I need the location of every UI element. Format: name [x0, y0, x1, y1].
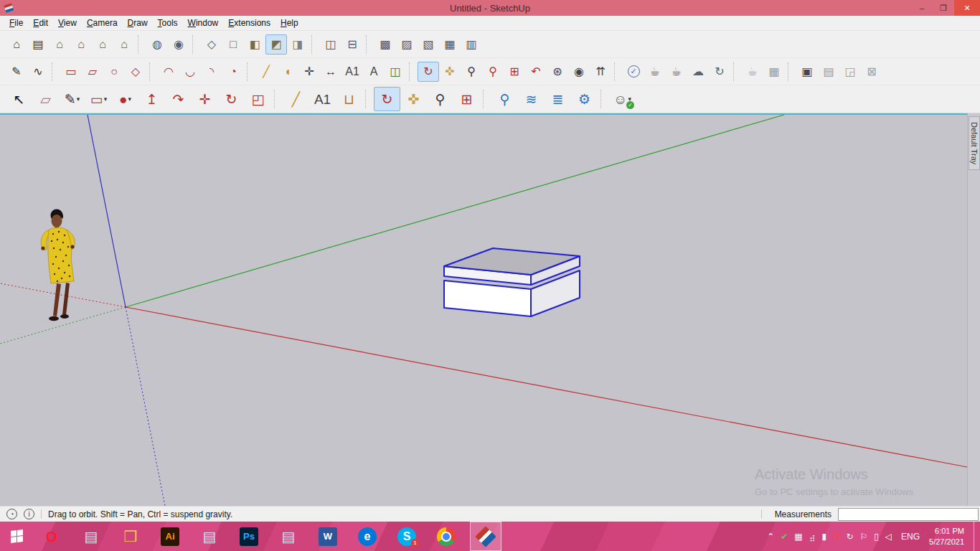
tray-sync-icon[interactable]: ↻ — [846, 532, 853, 541]
vray-batch-render-icon[interactable]: ▤ — [818, 62, 839, 82]
tray-monitor-icon[interactable]: ▦ — [794, 532, 802, 541]
section-cuts-icon[interactable]: ⊟ — [341, 34, 363, 55]
view-back-icon[interactable]: ⌂ — [92, 34, 113, 55]
solid-trim-icon[interactable]: ▦ — [439, 34, 461, 55]
axes-tool-icon[interactable]: ✛ — [298, 62, 320, 82]
tray-opera-icon[interactable]: O — [833, 532, 839, 541]
close-button[interactable]: ✕ — [954, 0, 980, 16]
select-tool-icon[interactable]: ↖ — [6, 87, 32, 111]
model-settings-icon[interactable]: ⚙ — [571, 87, 598, 111]
taskbar-edge-icon[interactable]: e — [352, 522, 383, 551]
tray-antivirus-icon[interactable]: ✔ — [781, 532, 788, 541]
style-hidden-line-icon[interactable]: □ — [222, 34, 244, 55]
rotated-rectangle-tool-icon[interactable]: ▱ — [82, 62, 103, 82]
rectangle-tool-icon[interactable]: ▭ — [60, 62, 82, 82]
chevron-down-icon[interactable]: ▾ — [128, 95, 131, 103]
chevron-down-icon[interactable]: ▾ — [104, 95, 108, 103]
solid-subtract-icon[interactable]: ▧ — [418, 34, 439, 55]
look-around-icon[interactable]: ◉ — [568, 62, 590, 82]
search-3d-warehouse-icon[interactable]: ⚲ — [491, 87, 518, 111]
measurements-input[interactable] — [838, 508, 979, 521]
view-right-icon[interactable]: ⌂ — [70, 34, 92, 55]
threed-text-tool-icon[interactable]: A — [363, 62, 385, 82]
clock[interactable]: 6:01 PM 5/27/2021 — [929, 526, 964, 547]
taskbar-chrome-icon[interactable] — [430, 522, 462, 551]
tape-measure-icon[interactable]: ╱ — [283, 87, 309, 111]
zoom-window-tool-icon[interactable]: ⚲ — [482, 62, 504, 82]
arc-tool-icon[interactable]: ◠ — [158, 62, 179, 82]
selected-box-model[interactable] — [444, 248, 580, 316]
style-xray-icon[interactable]: ◍ — [146, 34, 168, 55]
protractor-icon[interactable]: ◖ — [277, 62, 298, 82]
taskbar-photoshop-icon[interactable]: Ps — [233, 522, 265, 551]
default-tray-tab[interactable]: Default Tray — [969, 116, 980, 170]
shapes-tool-icon[interactable]: ▭▾ — [85, 87, 112, 111]
menu-camera[interactable]: Camera — [82, 17, 123, 29]
circle-tool-icon[interactable]: ○ — [103, 62, 125, 82]
chevron-down-icon[interactable]: ▾ — [77, 95, 80, 103]
section-planes-icon[interactable]: ◫ — [320, 34, 341, 55]
taskbar-app-window-1-icon[interactable]: ▤ — [75, 522, 107, 551]
text-tool-icon[interactable]: A1 — [341, 62, 363, 82]
menu-extensions[interactable]: Extensions — [223, 17, 275, 29]
taskbar-file-explorer-icon[interactable]: ❒ — [115, 522, 146, 551]
taskbar-sketchup-icon[interactable] — [470, 522, 501, 551]
style-back-edges-icon[interactable]: ◉ — [168, 34, 189, 55]
dimension-tool-icon[interactable]: ↔ — [320, 62, 341, 82]
zoom-extents-icon[interactable]: ⊞ — [504, 62, 525, 82]
line-tool-icon[interactable]: ✎ — [6, 62, 27, 82]
menu-draw[interactable]: Draw — [123, 17, 153, 29]
vray-settings-icon[interactable]: ✓ — [623, 62, 644, 82]
section-plane-tool-icon[interactable]: ◫ — [385, 62, 406, 82]
taskbar-app-window-2-icon[interactable]: ▤ — [194, 522, 225, 551]
pie-tool-icon[interactable]: ◔ — [222, 62, 244, 82]
tray-volume-icon[interactable]: ◁ — [885, 532, 892, 541]
tray-network-icon[interactable]: ▮ — [821, 532, 826, 541]
three-point-arc-tool-icon[interactable]: ◝ — [201, 62, 222, 82]
position-camera-icon[interactable]: ⊛ — [547, 62, 568, 82]
taskbar-illustrator-icon[interactable]: Ai — [154, 522, 186, 551]
eraser-tool-icon[interactable]: ▱ — [32, 87, 59, 111]
two-point-arc-tool-icon[interactable]: ◡ — [179, 62, 201, 82]
freehand-tool-icon[interactable]: ∿ — [27, 62, 49, 82]
status-context-icon[interactable]: ◔ — [6, 509, 17, 519]
menu-file[interactable]: File — [4, 17, 28, 29]
status-info-icon[interactable]: i — [24, 509, 34, 519]
walk-tool-icon[interactable]: ⇈ — [590, 62, 611, 82]
previous-view-icon[interactable]: ↶ — [525, 62, 547, 82]
polygon-tool-icon[interactable]: ◇ — [125, 62, 146, 82]
account-icon[interactable]: ☺▾✓ — [609, 87, 636, 111]
vray-frame-buffer-icon[interactable]: ▣ — [796, 62, 818, 82]
menu-tools[interactable]: Tools — [153, 17, 183, 29]
menu-help[interactable]: Help — [275, 17, 303, 29]
orbit-tool-icon[interactable]: ↻ — [374, 87, 400, 111]
solid-outer-shell-icon[interactable]: ▩ — [374, 34, 396, 55]
tray-expand-icon[interactable]: ⌃ — [767, 532, 774, 541]
soften-edges-icon[interactable]: ≋ — [518, 87, 545, 111]
taskbar-skype-icon[interactable]: S1 — [391, 522, 423, 551]
vray-cloud-icon[interactable]: ☁ — [687, 62, 709, 82]
menu-window[interactable]: Window — [183, 17, 224, 29]
viewport-svg[interactable] — [0, 115, 967, 506]
orbit-tool-icon[interactable]: ↻ — [418, 62, 439, 82]
style-shaded-icon[interactable]: ◧ — [244, 34, 265, 55]
menu-edit[interactable]: Edit — [28, 17, 53, 29]
move-tool-icon[interactable]: ✛ — [192, 87, 218, 111]
zoom-tool-icon[interactable]: ⚲ — [427, 87, 453, 111]
pan-tool-icon[interactable]: ✜ — [400, 87, 427, 111]
minimize-button[interactable]: – — [911, 0, 933, 16]
solid-union-icon[interactable]: ▨ — [396, 34, 418, 55]
zoom-tool-icon[interactable]: ⚲ — [461, 62, 482, 82]
vray-render-interactive-icon[interactable]: ☕ — [666, 62, 687, 82]
menu-view[interactable]: View — [53, 17, 82, 29]
rotate-tool-icon[interactable]: ↻ — [218, 87, 245, 111]
view-left-icon[interactable]: ⌂ — [113, 34, 135, 55]
tape-measure-icon[interactable]: ╱ — [255, 62, 277, 82]
vray-viewport-pause-icon[interactable]: ▦ — [763, 62, 785, 82]
view-front-icon[interactable]: ⌂ — [49, 34, 70, 55]
vray-render-icon[interactable]: ☕ — [644, 62, 666, 82]
style-monochrome-icon[interactable]: ◨ — [287, 34, 308, 55]
tray-display-icon[interactable]: ▯ — [874, 532, 879, 541]
paint-bucket-icon[interactable]: ⊔ — [336, 87, 362, 111]
view-iso-icon[interactable]: ⌂ — [6, 34, 27, 55]
